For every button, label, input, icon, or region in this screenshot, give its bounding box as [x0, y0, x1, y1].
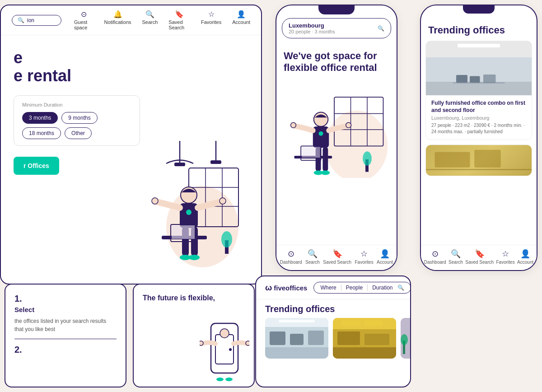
- future-title: The future is flexible,: [143, 294, 245, 303]
- chip-18months[interactable]: 18 months: [22, 127, 61, 139]
- duration-label: Minimum Duration: [22, 102, 131, 107]
- saved-bottom-icon: 🔖: [332, 249, 342, 259]
- svg-rect-4: [210, 160, 221, 164]
- trending-nav-saved[interactable]: 🔖 Saved Search: [465, 249, 494, 265]
- phone-search-bar[interactable]: Luxembourg 20 people · 3 months 🔍: [282, 18, 391, 38]
- svg-rect-72: [337, 331, 360, 345]
- phone-illustration: [276, 79, 397, 178]
- web-office-thumb-2[interactable]: [333, 318, 396, 359]
- web-office-grid: [256, 318, 410, 359]
- svg-point-14: [220, 198, 226, 204]
- duration-field[interactable]: Duration: [372, 285, 392, 291]
- web-trending-title: Trending offices: [256, 299, 410, 318]
- svg-rect-62: [279, 320, 315, 322]
- svg-point-81: [401, 334, 408, 345]
- phone-nav-favorites[interactable]: ☆ Favorites: [355, 249, 374, 265]
- where-field[interactable]: Where: [320, 285, 336, 291]
- svg-point-13: [152, 198, 158, 204]
- nav-guest-space[interactable]: ⊙ Guest space: [74, 10, 93, 30]
- trending-account-icon: 👤: [520, 249, 530, 259]
- svg-rect-70: [364, 320, 383, 326]
- trending-phone-mockup: Trending offices Fully furnished office …: [420, 5, 537, 271]
- phone-nav-account[interactable]: 👤 Account: [377, 249, 393, 265]
- future-card: The future is flexible,: [133, 284, 255, 387]
- office-card-2[interactable]: [425, 145, 532, 176]
- svg-rect-65: [290, 334, 304, 345]
- nav-label: Guest space: [74, 19, 93, 30]
- logo-label: fiveoffices: [274, 284, 307, 292]
- people-field[interactable]: People: [346, 285, 363, 291]
- nav-search[interactable]: 🔍 Search: [142, 10, 158, 30]
- phone-nav-label: Saved Search: [323, 260, 351, 265]
- chip-other[interactable]: Other: [65, 127, 92, 139]
- trending-nav-search[interactable]: 🔍 Search: [449, 249, 463, 265]
- search-submit-icon[interactable]: 🔍: [397, 285, 404, 291]
- nav-saved-search[interactable]: 🔖 Saved Search: [168, 10, 190, 30]
- svg-rect-69: [342, 320, 360, 326]
- step1-text: the offices listed in your search result…: [14, 317, 117, 333]
- trending-nav-account[interactable]: 👤 Account: [517, 249, 533, 265]
- bottom-cards: 1. Select the offices listed in your sea…: [5, 284, 255, 387]
- office-card-meta-1: 27 people · 223 m2 · 23090 € · 2 months …: [431, 122, 526, 135]
- phone-middle-mockup: Luxembourg 20 people · 3 months 🔍 We've …: [276, 5, 397, 271]
- desktop-nav-items: ⊙ Guest space 🔔 Notifications 🔍 Search 🔖…: [74, 10, 250, 30]
- nav-label: Search: [142, 19, 158, 25]
- office-card-1[interactable]: Fully furnished office combo on first an…: [425, 41, 532, 140]
- svg-point-58: [216, 378, 224, 381]
- nav-label: Saved Search: [168, 19, 190, 30]
- svg-rect-50: [474, 150, 501, 168]
- svg-rect-2: [174, 163, 185, 166]
- phone-hero-text: We've got space for flexible office rent…: [276, 43, 397, 74]
- hero-title-line1: e: [14, 48, 23, 67]
- trending-nav-dashboard[interactable]: ⊙ Dashboard: [424, 249, 446, 265]
- phone-nav-search[interactable]: 🔍 Search: [305, 249, 320, 265]
- svg-point-57: [220, 329, 229, 338]
- search-icon: 🔍: [18, 17, 24, 23]
- nav-favorites[interactable]: ☆ Favorites: [201, 10, 221, 30]
- trending-nav-label: Favorites: [496, 260, 515, 265]
- phone-nav-saved[interactable]: 🔖 Saved Search: [323, 249, 351, 265]
- svg-rect-66: [308, 331, 324, 345]
- trending-dashboard-icon: ⊙: [432, 249, 439, 259]
- phone-nav-label: Search: [305, 260, 320, 265]
- nav-label: Notifications: [104, 19, 131, 25]
- chip-9months[interactable]: 9 months: [61, 112, 97, 124]
- trending-nav-label: Account: [517, 260, 533, 265]
- trending-nav-favorites[interactable]: ☆ Favorites: [496, 249, 515, 265]
- phone-nav-dashboard[interactable]: ⊙ Dashboard: [280, 249, 302, 265]
- favorites-bottom-icon: ☆: [360, 249, 368, 259]
- svg-point-18: [189, 255, 200, 260]
- nav-label: Account: [232, 19, 250, 25]
- web-search-group[interactable]: Where People Duration 🔍: [313, 282, 411, 294]
- nav-account[interactable]: 👤 Account: [232, 10, 250, 30]
- web-trending-nav: ω fiveoffices Where People Duration 🔍 ⊙ …: [256, 276, 410, 299]
- desktop-illustration: [121, 136, 248, 281]
- svg-rect-46: [483, 75, 496, 83]
- desktop-search-bar[interactable]: 🔍 ion: [12, 15, 61, 26]
- svg-rect-47: [453, 82, 505, 84]
- phone-nav-label: Account: [377, 260, 393, 265]
- svg-point-56: [246, 341, 249, 345]
- cta-button[interactable]: r Offices: [14, 157, 59, 175]
- nav-notifications[interactable]: 🔔 Notifications: [104, 10, 131, 30]
- svg-rect-73: [364, 334, 389, 345]
- svg-point-33: [291, 122, 296, 128]
- web-trending-mockup: ω fiveoffices Where People Duration 🔍 ⊙ …: [255, 275, 411, 387]
- desktop-mockup: 🔍 ion ⊙ Guest space 🔔 Notifications 🔍 Se…: [0, 5, 262, 285]
- svg-rect-49: [435, 152, 470, 168]
- chip-3months[interactable]: 3 months: [22, 112, 58, 124]
- search-icon[interactable]: 🔍: [378, 25, 384, 32]
- hero-title-line2: e rental: [14, 66, 71, 85]
- search-value: ion: [27, 17, 34, 23]
- trending-nav-label: Dashboard: [424, 260, 446, 265]
- account-bottom-icon: 👤: [380, 249, 390, 259]
- svg-point-24: [325, 110, 388, 177]
- office-img-2: [426, 145, 532, 176]
- divider1: [341, 285, 341, 291]
- phone-search-area: Luxembourg 20 people · 3 months 🔍: [276, 18, 397, 43]
- svg-rect-23: [172, 225, 195, 239]
- web-office-thumb-3[interactable]: [401, 318, 411, 359]
- dashboard-icon: ⊙: [288, 249, 294, 259]
- divider2: [367, 285, 368, 291]
- web-office-thumb-1[interactable]: [265, 318, 328, 359]
